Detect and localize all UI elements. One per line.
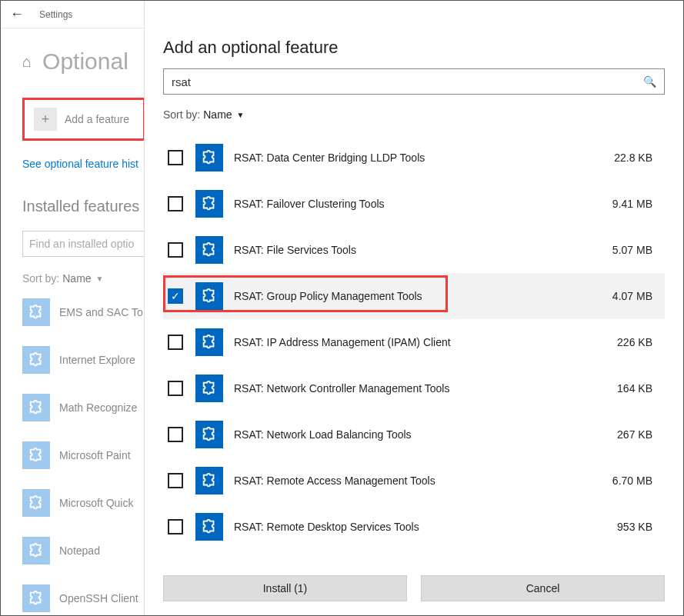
chevron-down-icon: ▼ [96,275,104,283]
feature-checkbox[interactable] [168,150,183,165]
feature-checkbox[interactable] [168,196,183,211]
feature-size: 4.07 MB [612,290,652,302]
feature-name: RSAT: Failover Clustering Tools [234,198,612,210]
puzzle-icon [22,346,50,374]
feature-row[interactable]: RSAT: IP Address Management (IPAM) Clien… [163,319,665,365]
feature-size: 5.07 MB [612,244,652,256]
feature-checkbox[interactable]: ✓ [168,288,183,304]
page-title: Optional [42,48,128,75]
feature-row[interactable]: RSAT: Data Center Bridging LLDP Tools22.… [163,135,665,181]
puzzle-icon [22,441,50,469]
puzzle-icon [195,467,223,494]
feature-checkbox[interactable] [168,381,183,396]
installed-item-label: Microsoft Paint [59,449,131,461]
feature-row[interactable]: RSAT: Remote Access Management Tools6.70… [163,458,665,504]
puzzle-icon [195,375,223,402]
feature-name: RSAT: IP Address Management (IPAM) Clien… [234,336,617,348]
feature-name: RSAT: Remote Access Management Tools [234,474,612,487]
feature-size: 267 KB [617,428,652,441]
add-feature-label: Add a feature [65,113,129,125]
back-button[interactable]: ← [10,6,24,22]
puzzle-icon [195,513,223,541]
install-button[interactable]: Install (1) [163,575,407,601]
feature-row[interactable]: ✓RSAT: Group Policy Management Tools4.07… [163,273,665,319]
installed-search-input[interactable]: Find an installed optio [22,231,145,257]
feature-name: RSAT: Remote Desktop Services Tools [234,521,617,533]
installed-item-label: EMS and SAC To [59,306,143,318]
puzzle-icon [195,421,223,448]
feature-size: 22.8 KB [614,152,652,164]
puzzle-icon [195,236,223,264]
app-title: Settings [39,9,72,20]
feature-size: 6.70 MB [612,474,652,487]
panel-title: Add an optional feature [163,38,665,58]
feature-row[interactable]: RSAT: Failover Clustering Tools9.41 MB [163,181,665,227]
sort-value: Name [62,272,91,285]
puzzle-icon [195,328,223,356]
installed-item-label: Microsoft Quick [59,497,133,509]
search-icon: 🔍 [643,75,656,88]
feature-list: RSAT: Data Center Bridging LLDP Tools22.… [163,135,665,563]
feature-checkbox[interactable] [168,242,183,258]
feature-size: 9.41 MB [612,198,652,210]
feature-checkbox[interactable] [168,335,183,350]
feature-search-input[interactable] [172,75,643,88]
feature-name: RSAT: Data Center Bridging LLDP Tools [234,152,614,164]
sort-label: Sort by: [163,108,200,121]
puzzle-icon [22,489,50,517]
add-feature-panel: Add an optional feature 🔍 Sort by: Name … [144,1,683,615]
installed-item-label: Notepad [59,544,100,557]
feature-name: RSAT: Group Policy Management Tools [234,290,612,302]
feature-name: RSAT: File Services Tools [234,244,612,256]
feature-checkbox[interactable] [168,473,183,488]
puzzle-icon [22,298,50,326]
feature-checkbox[interactable] [168,519,183,534]
installed-item-label: Math Recognize [59,401,137,414]
puzzle-icon [195,144,223,171]
plus-icon: + [34,108,57,131]
puzzle-icon [195,190,223,218]
panel-sort[interactable]: Sort by: Name ▼ [163,108,665,121]
feature-row[interactable]: RSAT: Network Controller Management Tool… [163,365,665,411]
feature-row[interactable]: RSAT: File Services Tools5.07 MB [163,227,665,273]
add-feature-button[interactable]: + Add a feature [22,98,145,141]
feature-name: RSAT: Network Controller Management Tool… [234,382,617,395]
feature-row[interactable]: RSAT: Network Load Balancing Tools267 KB [163,411,665,458]
cancel-button[interactable]: Cancel [421,575,665,601]
feature-size: 953 KB [617,521,652,533]
puzzle-icon [195,282,223,310]
feature-search[interactable]: 🔍 [163,68,665,95]
chevron-down-icon: ▼ [237,111,245,119]
puzzle-icon [22,584,50,612]
puzzle-icon [22,394,50,421]
feature-size: 164 KB [617,382,652,395]
installed-item-label: Internet Explore [59,354,135,366]
puzzle-icon [22,537,50,564]
sort-value: Name [203,108,232,121]
installed-item-label: OpenSSH Client [59,592,138,604]
feature-size: 226 KB [617,336,652,348]
feature-row[interactable]: RSAT: Remote Desktop Services Tools953 K… [163,504,665,550]
home-icon[interactable]: ⌂ [22,53,32,71]
feature-checkbox[interactable] [168,427,183,442]
sort-label: Sort by: [22,272,59,285]
feature-name: RSAT: Network Load Balancing Tools [234,428,617,441]
installed-search-placeholder: Find an installed optio [29,238,134,250]
panel-footer: Install (1) Cancel [163,563,665,601]
